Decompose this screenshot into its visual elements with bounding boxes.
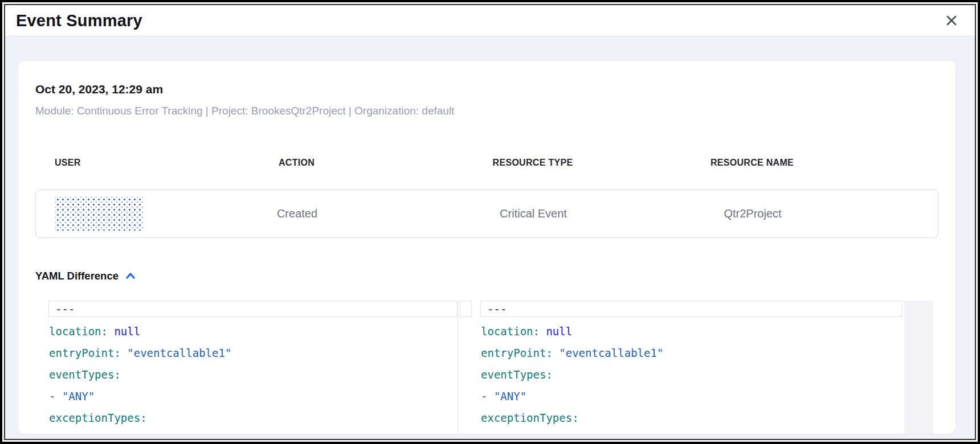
audit-table-header: USER ACTION RESOURCE TYPE RESOURCE NAME [35, 158, 938, 168]
yaml-diff-right-pane: --- location: nullentryPoint: "eventcall… [480, 301, 903, 434]
action-cell: Created [198, 207, 396, 220]
yaml-line: entryPoint: "eventcallable1" [48, 342, 458, 364]
chevron-up-icon [125, 270, 136, 282]
event-timestamp: Oct 20, 2023, 12:29 am [35, 83, 938, 96]
modal-body: Oct 20, 2023, 12:29 am Module: Continuou… [5, 36, 975, 439]
column-header-resource-type: RESOURCE TYPE [395, 158, 670, 168]
user-redacted-avatar [55, 197, 143, 231]
screenshot-frame: Event Summary Oct 20, 2023, 12:29 am Mod… [0, 0, 980, 444]
right-scrollbar-track[interactable] [904, 301, 933, 434]
user-cell [36, 197, 198, 231]
yaml-line: location: null [48, 320, 458, 342]
frame-inner: Event Summary Oct 20, 2023, 12:29 am Mod… [2, 2, 978, 442]
yaml-line: - "ANY" [480, 385, 903, 407]
yaml-line: - "ANY" [48, 385, 458, 407]
yaml-document-start-line: --- [480, 301, 903, 317]
close-icon [945, 14, 958, 27]
resource-name-cell: Qtr2Project [671, 207, 835, 220]
table-row: Created Critical Event Qtr2Project [35, 190, 938, 238]
dialog-header: Event Summary [5, 5, 975, 36]
yaml-line: eventTypes: [48, 364, 458, 385]
close-button[interactable] [943, 12, 960, 29]
event-meta: Module: Continuous Error Tracking | Proj… [35, 104, 938, 118]
resource-type-cell: Critical Event [396, 207, 671, 220]
yaml-diff-region: --- location: nullentryPoint: "eventcall… [35, 301, 938, 434]
yaml-diff-left-pane: --- location: nullentryPoint: "eventcall… [48, 301, 458, 434]
yaml-line: exceptionTypes: [480, 407, 903, 429]
left-scrollbar-thumb[interactable] [460, 301, 472, 317]
yaml-line: location: null [480, 320, 903, 342]
yaml-line: - "java/io/FileNotFoundException" [480, 429, 903, 434]
column-header-resource-name: RESOURCE NAME [670, 158, 834, 168]
yaml-line: - "java/io/FileNotFoundException" [48, 429, 458, 434]
summary-card: Oct 20, 2023, 12:29 am Module: Continuou… [18, 61, 956, 434]
yaml-lines: location: nullentryPoint: "eventcallable… [480, 320, 903, 434]
yaml-diff-label: YAML Difference [35, 270, 119, 282]
event-summary-dialog: Event Summary Oct 20, 2023, 12:29 am Mod… [4, 4, 976, 440]
yaml-line: exceptionTypes: [48, 407, 458, 429]
page-title: Event Summary [16, 11, 142, 30]
column-header-user: USER [35, 158, 198, 168]
yaml-document-start-line: --- [48, 301, 458, 317]
yaml-line: entryPoint: "eventcallable1" [480, 342, 903, 364]
yaml-diff-toggle[interactable]: YAML Difference [35, 270, 136, 282]
yaml-lines: location: nullentryPoint: "eventcallable… [48, 320, 458, 434]
yaml-line: eventTypes: [480, 364, 903, 385]
column-header-action: ACTION [198, 158, 395, 168]
